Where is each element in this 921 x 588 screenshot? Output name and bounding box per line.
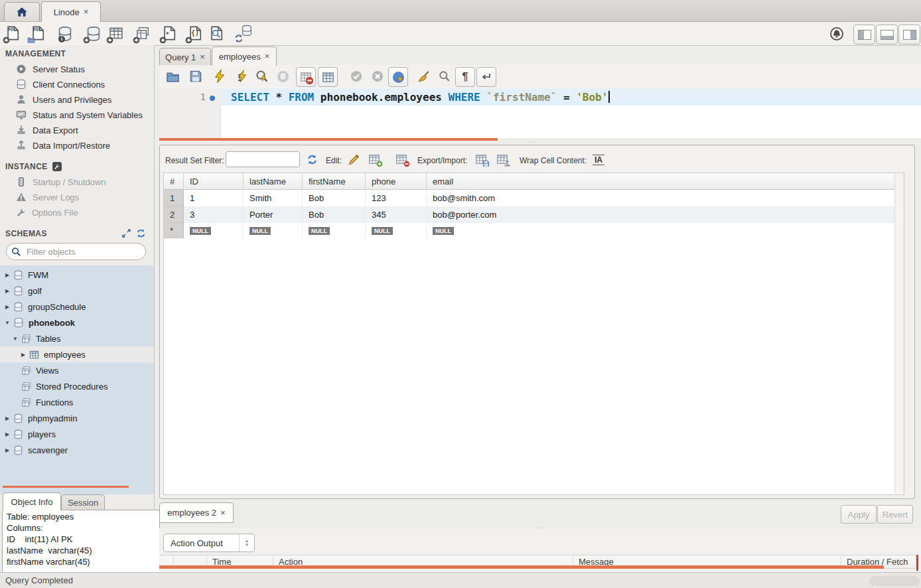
search-data-button[interactable] (208, 25, 226, 42)
close-icon[interactable]: × (220, 510, 226, 516)
apply-button[interactable]: Apply (841, 505, 877, 524)
create-view-button[interactable] (135, 25, 152, 42)
output-type-select[interactable]: Action Output ▲▼ (163, 534, 255, 552)
tree-item-schema[interactable]: ▶phpmyadmin (0, 410, 154, 426)
stop-query-button[interactable] (274, 68, 291, 85)
tab-employees[interactable]: employees× (212, 46, 277, 66)
column-header[interactable]: lastName (244, 173, 303, 190)
toggle-bottom-panel-button[interactable] (876, 25, 898, 44)
cell[interactable]: 3 (184, 206, 244, 223)
create-schema-button[interactable] (85, 25, 102, 42)
tree-item-table-employees[interactable]: ▶employees (0, 346, 154, 362)
column-header[interactable]: phone (366, 173, 427, 190)
close-icon[interactable]: × (265, 53, 270, 60)
wrap-cell-content-icon[interactable]: IA (593, 155, 604, 165)
row-number[interactable]: 1 (164, 190, 184, 206)
sidebar-item-server-logs[interactable]: Server Logs (16, 190, 154, 204)
select-spinner-icon[interactable]: ▲▼ (239, 534, 254, 551)
tab-session[interactable]: Session (61, 494, 105, 510)
column-header[interactable]: email (427, 173, 895, 190)
tab-employees-2[interactable]: employees 2× (159, 502, 234, 523)
cell[interactable]: Smith (244, 190, 303, 206)
commit-button[interactable] (348, 68, 365, 85)
sidebar-item-users-privileges[interactable]: Users and Privileges (16, 92, 154, 107)
show-invisibles-toggle[interactable]: ¶ (455, 67, 475, 87)
new-query-tab-button[interactable]: SQL (5, 25, 22, 42)
tree-item-schema[interactable]: ▶players (0, 426, 154, 442)
sidebar-item-startup-shutdown[interactable]: Startup / Shutdown (16, 175, 154, 189)
row-number[interactable]: 2 (164, 206, 184, 223)
cell[interactable]: 1 (184, 190, 244, 206)
delete-row-icon[interactable] (394, 152, 409, 167)
cell[interactable]: NULL (244, 223, 303, 238)
revert-button[interactable]: Revert (877, 505, 913, 524)
execute-query-button[interactable] (211, 68, 228, 85)
cell[interactable]: NULL (427, 223, 895, 238)
sql-code-line[interactable]: SELECT * FROM phonebook.employees WHERE … (231, 91, 610, 104)
splitter-grip[interactable]: ··· (69, 488, 78, 494)
tree-item-schema[interactable]: ▶golf (0, 283, 154, 299)
tree-item-schema[interactable]: ▶FWM (0, 267, 154, 283)
expand-schemas-icon[interactable] (121, 228, 131, 238)
cell[interactable]: 123 (366, 190, 427, 206)
save-script-button[interactable] (187, 68, 204, 85)
rollback-button[interactable] (369, 68, 386, 85)
reconnect-dbms-button[interactable] (235, 25, 252, 42)
add-row-icon[interactable] (367, 152, 382, 167)
result-filter-input[interactable] (226, 151, 300, 167)
refresh-schemas-icon[interactable] (136, 228, 146, 238)
toggle-right-sidebar-button[interactable] (898, 25, 920, 44)
create-function-button[interactable]: {) (187, 25, 204, 42)
create-table-button[interactable] (108, 25, 125, 42)
beautify-sql-button[interactable] (415, 68, 432, 85)
alert-icon[interactable] (828, 25, 845, 42)
vertical-scrollbar[interactable] (894, 173, 904, 494)
wrap-text-toggle[interactable] (476, 67, 496, 87)
tab-query-1[interactable]: Query 1× (159, 48, 211, 66)
tree-item-tables[interactable]: ▼Tables (0, 331, 154, 346)
sidebar-item-server-status[interactable]: Server Status (16, 62, 154, 76)
cell[interactable]: NULL (366, 223, 427, 238)
column-header[interactable]: firstName (303, 173, 366, 190)
stop-on-error-toggle[interactable] (296, 67, 316, 87)
sidebar-item-status-system-variables[interactable]: Status and System Variables (16, 108, 154, 122)
cell[interactable]: NULL (184, 223, 244, 238)
tree-item-stored-procedures[interactable]: Stored Procedures (0, 378, 154, 394)
refresh-results-icon[interactable] (305, 152, 319, 167)
sidebar-item-options-file[interactable]: Options File (16, 205, 154, 220)
tree-item-views[interactable]: Views (0, 362, 154, 378)
tree-item-schema[interactable]: ▶scavenger (0, 442, 154, 458)
tab-object-info[interactable]: Object Info (3, 492, 61, 510)
toggle-left-sidebar-button[interactable] (853, 25, 875, 44)
open-script-button[interactable] (164, 68, 181, 85)
tree-item-functions[interactable]: Functions (0, 394, 154, 410)
open-sql-script-button[interactable]: SQL (30, 25, 47, 42)
cell[interactable]: 345 (366, 206, 427, 223)
close-icon[interactable]: × (200, 54, 205, 60)
column-header[interactable]: # (164, 173, 184, 190)
tree-item-schema-phonebook[interactable]: ▼phonebook (0, 315, 154, 331)
cell[interactable]: Bob (303, 206, 366, 223)
row-number[interactable]: * (164, 223, 184, 238)
edit-record-icon[interactable] (346, 152, 361, 167)
sql-editor[interactable]: 1 SELECT * FROM phonebook.employees WHER… (159, 89, 921, 138)
explain-query-button[interactable] (253, 68, 271, 85)
column-header[interactable]: ID (184, 173, 244, 190)
find-button[interactable] (436, 68, 453, 85)
home-tab[interactable] (4, 2, 40, 21)
sidebar-item-data-export[interactable]: Data Export (16, 123, 154, 137)
limit-rows-toggle[interactable] (318, 67, 338, 87)
tree-item-schema[interactable]: ▶groupSchedule (0, 299, 154, 315)
cell[interactable]: NULL (303, 223, 366, 238)
cell[interactable]: bob@porter.com (427, 206, 895, 223)
inspect-database-button[interactable]: i (56, 25, 74, 42)
cell[interactable]: Bob (303, 190, 366, 206)
cell[interactable]: bob@smith.com (427, 190, 895, 206)
create-procedure-button[interactable]: ▸ (161, 25, 178, 42)
close-icon[interactable]: × (84, 9, 89, 15)
splitter-grip[interactable]: ··· (529, 139, 538, 145)
export-recordset-icon[interactable] (474, 152, 488, 167)
schema-filter-input[interactable] (25, 246, 134, 257)
autocommit-toggle[interactable] (388, 67, 408, 87)
import-records-icon[interactable] (495, 152, 510, 167)
